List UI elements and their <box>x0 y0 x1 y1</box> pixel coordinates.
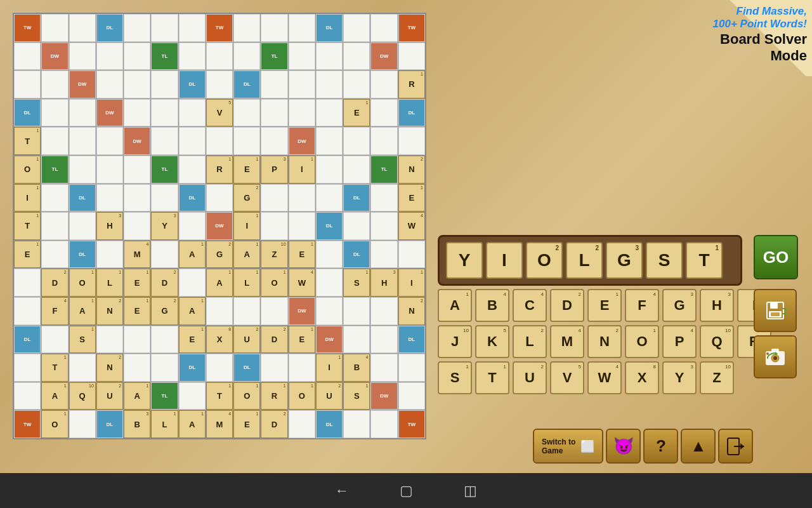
cell-0-8[interactable] <box>233 14 260 42</box>
cell-1-12[interactable] <box>343 43 370 70</box>
cell-7-5[interactable]: Y3 <box>151 212 178 240</box>
cell-5-6[interactable] <box>179 156 206 184</box>
cell-7-11[interactable]: DL <box>316 212 343 240</box>
cell-8-7[interactable]: G2 <box>206 241 233 269</box>
key-X[interactable]: X8 <box>625 361 659 394</box>
cell-1-2[interactable] <box>69 43 96 70</box>
exit-button[interactable] <box>718 429 753 464</box>
cell-10-10[interactable]: DW <box>289 297 315 325</box>
cell-6-6[interactable]: DL <box>179 184 206 212</box>
cell-6-13[interactable] <box>370 184 397 212</box>
cell-0-14[interactable]: TW <box>398 14 425 42</box>
cell-5-10[interactable]: I1 <box>289 156 315 184</box>
cell-1-11[interactable] <box>316 43 343 70</box>
key-L[interactable]: L2 <box>513 325 547 358</box>
cell-8-8[interactable]: A1 <box>233 241 260 269</box>
cell-4-7[interactable] <box>206 127 233 155</box>
cell-1-14[interactable] <box>398 43 425 70</box>
cell-0-4[interactable] <box>124 14 150 42</box>
key-K[interactable]: K5 <box>475 325 509 358</box>
cell-9-0[interactable] <box>14 269 41 297</box>
cell-10-7[interactable] <box>206 297 233 325</box>
cell-1-8[interactable] <box>233 43 260 70</box>
key-S[interactable]: S1 <box>438 361 472 394</box>
camera-button[interactable] <box>754 335 797 378</box>
cell-13-4[interactable]: A1 <box>124 382 150 410</box>
cell-6-14[interactable]: E1 <box>398 184 425 212</box>
cell-3-14[interactable]: DL <box>398 99 425 127</box>
cell-7-1[interactable] <box>41 212 68 240</box>
cell-4-10[interactable]: DW <box>289 127 315 155</box>
cell-4-9[interactable] <box>261 127 287 155</box>
key-J[interactable]: J10 <box>438 325 472 358</box>
rack-tile-S[interactable]: S <box>646 242 683 279</box>
cell-12-5[interactable] <box>151 354 178 382</box>
cell-5-3[interactable] <box>96 156 123 184</box>
cell-8-11[interactable] <box>316 241 343 269</box>
cell-5-5[interactable]: TL <box>151 156 178 184</box>
cell-10-5[interactable]: G2 <box>151 297 178 325</box>
cell-11-3[interactable] <box>96 326 123 354</box>
cell-2-2[interactable]: DW <box>69 70 96 98</box>
cell-14-4[interactable]: B3 <box>124 410 150 438</box>
cell-3-11[interactable] <box>316 99 343 127</box>
key-G[interactable]: G3 <box>662 289 697 322</box>
cell-14-6[interactable]: A1 <box>179 410 206 438</box>
key-D[interactable]: D2 <box>550 289 584 322</box>
cell-7-12[interactable] <box>343 212 370 240</box>
cell-8-9[interactable]: Z10 <box>261 241 287 269</box>
cell-1-10[interactable] <box>289 43 315 70</box>
cell-6-11[interactable] <box>316 184 343 212</box>
cell-5-8[interactable]: E1 <box>233 156 260 184</box>
key-W[interactable]: W4 <box>587 361 622 394</box>
cell-3-7[interactable]: V5 <box>206 99 233 127</box>
cell-6-10[interactable] <box>289 184 315 212</box>
cell-0-1[interactable] <box>41 14 68 42</box>
cell-11-14[interactable]: DL <box>398 326 425 354</box>
key-V[interactable]: V5 <box>550 361 584 394</box>
cell-6-5[interactable] <box>151 184 178 212</box>
cell-4-12[interactable] <box>343 127 370 155</box>
cell-2-12[interactable] <box>343 70 370 98</box>
cell-4-1[interactable] <box>41 127 68 155</box>
cell-1-5[interactable]: TL <box>151 43 178 70</box>
cell-14-2[interactable] <box>69 410 96 438</box>
cell-12-3[interactable]: N2 <box>96 354 123 382</box>
cell-3-4[interactable] <box>124 99 150 127</box>
cell-7-4[interactable] <box>124 212 150 240</box>
cell-2-6[interactable]: DL <box>179 70 206 98</box>
cell-13-1[interactable]: A1 <box>41 382 68 410</box>
cell-7-9[interactable] <box>261 212 287 240</box>
cell-8-13[interactable] <box>370 241 397 269</box>
cell-0-11[interactable]: DL <box>316 14 343 42</box>
cell-2-10[interactable] <box>289 70 315 98</box>
cell-11-5[interactable] <box>151 326 178 354</box>
cell-2-4[interactable] <box>124 70 150 98</box>
cell-0-2[interactable] <box>69 14 96 42</box>
cell-7-2[interactable] <box>69 212 96 240</box>
cell-2-3[interactable] <box>96 70 123 98</box>
cell-1-0[interactable] <box>14 43 41 70</box>
cell-3-13[interactable] <box>370 99 397 127</box>
cell-4-0[interactable]: T1 <box>14 127 41 155</box>
cell-9-7[interactable]: A1 <box>206 269 233 297</box>
cell-13-12[interactable]: S1 <box>343 382 370 410</box>
cell-10-8[interactable] <box>233 297 260 325</box>
rack-tile-O[interactable]: O2 <box>526 242 563 279</box>
cell-9-9[interactable]: O1 <box>261 269 287 297</box>
cell-10-0[interactable] <box>14 297 41 325</box>
cell-10-4[interactable]: E1 <box>124 297 150 325</box>
cell-3-6[interactable] <box>179 99 206 127</box>
cell-14-9[interactable]: D2 <box>261 410 287 438</box>
cell-5-12[interactable] <box>343 156 370 184</box>
cell-0-9[interactable] <box>261 14 287 42</box>
cell-5-2[interactable] <box>69 156 96 184</box>
cell-0-13[interactable] <box>370 14 397 42</box>
cell-12-14[interactable] <box>398 354 425 382</box>
cell-4-2[interactable] <box>69 127 96 155</box>
cell-13-9[interactable]: R1 <box>261 382 287 410</box>
cell-11-11[interactable]: DW <box>316 326 343 354</box>
cell-11-13[interactable] <box>370 326 397 354</box>
key-P[interactable]: P4 <box>662 325 697 358</box>
cell-4-6[interactable] <box>179 127 206 155</box>
